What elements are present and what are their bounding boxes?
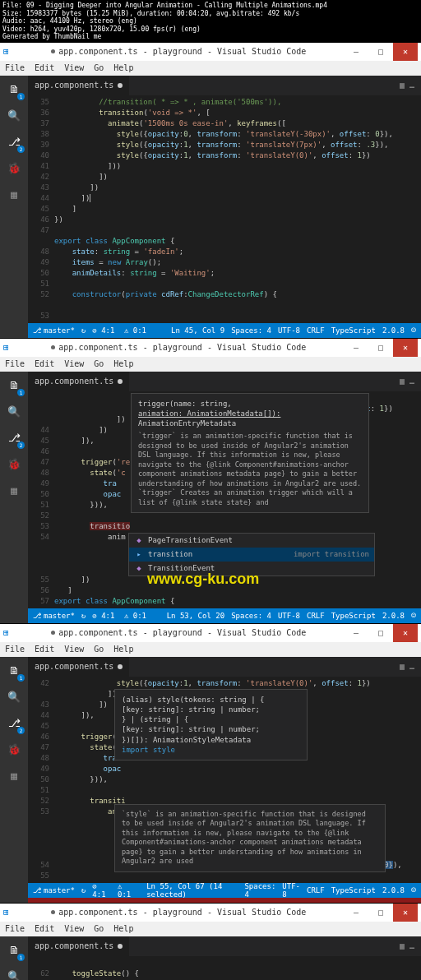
extensions-icon[interactable]: ▦: [5, 186, 23, 204]
status-bar: ⎇ master* ↻ ⊘ 4:1 ⚠ 0:1 Ln 45, Col 9 Spa…: [28, 323, 421, 338]
menu-help[interactable]: Help: [113, 63, 133, 72]
ts-version[interactable]: 2.0.8: [382, 326, 405, 335]
suggestion-widget[interactable]: ◆PageTransitionEvent ▸transitionimport t…: [128, 533, 375, 576]
menu-bar: File Edit View Go Help: [0, 61, 421, 76]
vscode-icon: ⊞: [3, 342, 9, 353]
error-strip: [28, 898, 421, 903]
title-bar: ⊞ app.component.ts - playground - Visual…: [0, 43, 421, 61]
activity-bar: 🗎1 🔍 ⎇2 🐞 ▦: [0, 76, 28, 338]
eol[interactable]: CRLF: [307, 326, 325, 335]
window-title: app.component.ts - playground - Visual S…: [58, 47, 306, 56]
code-editor[interactable]: 35363738394041424344454647484950515253 /…: [28, 95, 421, 323]
search-icon[interactable]: 🔍: [5, 403, 23, 421]
vscode-window-3: ⊞app.component.ts - playground - Visual …: [0, 624, 421, 903]
sync-icon[interactable]: ↻: [81, 326, 86, 335]
feedback-icon[interactable]: ☺: [411, 326, 416, 335]
hover-doc: `style` is an animation-specific functio…: [114, 804, 386, 872]
menu-file[interactable]: File: [5, 63, 25, 72]
vscode-window-2: ⊞ app.component.ts - playground - Visual…: [0, 339, 421, 623]
vscode-icon: ⊞: [3, 46, 9, 57]
suggestion-item[interactable]: ▸transitionimport transition: [129, 548, 374, 562]
hover-tooltip: trigger(name: string, animation: Animati…: [131, 393, 369, 513]
code-editor[interactable]: 4243444546474849505152535455 style({opac…: [28, 677, 421, 883]
extensions-icon[interactable]: ▦: [5, 482, 23, 500]
cursor-position[interactable]: Ln 45, Col 9: [171, 326, 224, 335]
video-metadata: File: 09 - Digging Deeper into Angular A…: [0, 0, 421, 43]
code-editor[interactable]: 62636465666768697071727374757677 toggleS…: [28, 956, 421, 980]
suggestion-item[interactable]: ◆PageTransitionEvent: [129, 534, 374, 548]
menu-edit[interactable]: Edit: [35, 63, 54, 72]
close-button[interactable]: ✕: [393, 43, 418, 61]
line-gutter: 35363738394041424344454647484950515253: [28, 97, 54, 321]
minimize-button[interactable]: —: [344, 43, 368, 61]
hover-tooltip: (alias) style(tokens: string | { [key: s…: [114, 689, 308, 760]
git-icon[interactable]: ⎇2: [5, 429, 23, 447]
code-content[interactable]: //transition( * => * , animate('500ms'))…: [54, 97, 421, 321]
explorer-icon[interactable]: 🗎1: [5, 377, 23, 395]
editor-tab[interactable]: app.component.ts: [28, 76, 129, 95]
git-icon[interactable]: ⎇2: [5, 133, 23, 151]
menu-go[interactable]: Go: [94, 63, 104, 72]
search-icon[interactable]: 🔍: [5, 107, 23, 125]
problems[interactable]: ⊘ 4:1 ⚠ 0:1: [92, 326, 146, 335]
vscode-window-1: ⊞ app.component.ts - playground - Visual…: [0, 43, 421, 338]
maximize-button[interactable]: □: [368, 43, 393, 61]
vscode-window-4: ⊞app.component.ts - playground - Visual …: [0, 904, 421, 980]
suggestion-item[interactable]: ◆TransitionEvent: [129, 562, 374, 576]
indent[interactable]: Spaces: 4: [231, 326, 271, 335]
encoding[interactable]: UTF-8: [278, 326, 300, 335]
menu-view[interactable]: View: [64, 63, 84, 72]
language[interactable]: TypeScript: [331, 326, 376, 335]
explorer-icon[interactable]: 🗎1: [5, 81, 23, 99]
code-editor[interactable]: 4445464748495051525354555657 ffset: 1}) …: [28, 391, 421, 608]
tab-bar: app.component.ts ▥…: [28, 76, 421, 95]
more-actions-icon[interactable]: …: [409, 81, 414, 90]
unsaved-dot-icon: [118, 83, 123, 88]
split-editor-icon[interactable]: ▥: [400, 81, 405, 90]
debug-icon[interactable]: 🐞: [5, 159, 23, 178]
git-branch[interactable]: ⎇ master*: [33, 326, 75, 335]
debug-icon[interactable]: 🐞: [5, 455, 23, 474]
modified-dot-icon: [51, 49, 55, 53]
